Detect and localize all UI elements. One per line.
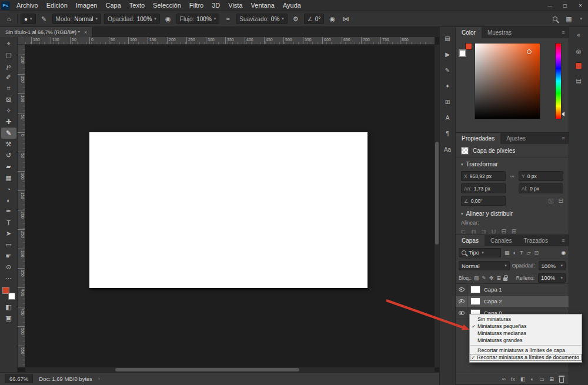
document-canvas[interactable]	[89, 132, 368, 288]
layer-thumbnail[interactable]	[470, 297, 480, 305]
opacity-dropdown[interactable]: Opacidad: 100% ▾	[104, 14, 160, 24]
pressure-size-icon[interactable]: ◉	[327, 15, 338, 23]
layer-effects-icon[interactable]: fx	[511, 376, 515, 382]
delete-layer-icon[interactable]	[559, 377, 564, 383]
lock-position-icon[interactable]: ✥	[489, 275, 494, 281]
history-brush-tool[interactable]: ↺	[1, 150, 16, 161]
foreground-background-swatches[interactable]	[2, 287, 15, 300]
flip-horizontal-icon[interactable]: ◫	[548, 197, 553, 204]
history-panel-icon[interactable]: ▤	[441, 33, 454, 43]
context-menu-item[interactable]: ✓ Miniaturas pequeñas	[470, 323, 582, 330]
scrollbar-thumb[interactable]	[435, 142, 439, 245]
blur-tool[interactable]: ◔	[1, 183, 16, 195]
layer-visibility-toggle[interactable]	[456, 284, 467, 295]
menu-item[interactable]: Archivo	[12, 0, 42, 11]
layer-group-icon[interactable]: ▭	[539, 376, 544, 382]
vertical-scrollbar[interactable]	[435, 45, 439, 367]
menu-item[interactable]: Ayuda	[279, 0, 305, 11]
blend-mode-dropdown[interactable]: Modo: Normal ▾	[52, 14, 102, 24]
brush-angle-field[interactable]: ∠ 0°	[304, 14, 325, 24]
align-center-h-icon[interactable]: ⊓	[471, 228, 476, 235]
frame-tool[interactable]: ⊠	[1, 94, 16, 105]
menu-item[interactable]: Ventana	[247, 0, 279, 11]
foreground-color-swatch[interactable]	[2, 287, 9, 294]
learn-panel-icon[interactable]: ◎	[572, 46, 585, 56]
layer-fill-field[interactable]: 100% ▾	[538, 273, 566, 283]
zoom-level-field[interactable]: 66.67%	[5, 374, 33, 383]
context-menu-item[interactable]: Miniaturas medianas	[470, 330, 582, 337]
filter-smart-objects-icon[interactable]: ⊡	[534, 250, 539, 256]
home-icon[interactable]: ⌂	[4, 15, 14, 22]
layer-row[interactable]: Capa 1	[456, 284, 569, 296]
document-tab[interactable]: Sin título-1 al 66,7% (RGB/8#) * ×	[0, 27, 93, 37]
align-bottom-icon[interactable]: ⊞	[512, 228, 516, 235]
brush-preset-picker[interactable]: ● ▾	[21, 14, 36, 24]
foreground-swatch[interactable]	[459, 49, 466, 57]
menu-item[interactable]: Edición	[42, 0, 72, 11]
filter-type-layers-icon[interactable]: T	[520, 250, 523, 256]
transform-angle-field[interactable]: ∠ 0,00°	[461, 196, 506, 206]
layer-filter-dropdown[interactable]: Tipo ▾	[459, 248, 501, 257]
align-right-icon[interactable]: ⊐	[481, 228, 486, 235]
context-menu-item[interactable]: ✓ Recortar miniaturas a límites de docum…	[470, 354, 582, 361]
edit-toolbar-icon[interactable]: ⋯	[1, 273, 16, 284]
airbrush-icon[interactable]: ≈	[222, 15, 233, 22]
lock-pixels-icon[interactable]: ✎	[482, 275, 486, 281]
expand-panels-icon[interactable]: «	[572, 29, 585, 40]
top-ruler[interactable]: 1501005005010015020025030035040045050055…	[25, 37, 435, 45]
brush-tool[interactable]: ✎	[1, 128, 16, 139]
menu-item[interactable]: Capa	[101, 0, 125, 11]
brush-settings-panel-icon[interactable]: ✦	[441, 81, 454, 91]
lock-transparency-icon[interactable]: ▨	[474, 275, 479, 281]
align-top-icon[interactable]: ⊔	[492, 228, 496, 235]
color-picker-cursor[interactable]	[527, 49, 532, 54]
pressure-opacity-icon[interactable]: ◉	[163, 15, 173, 23]
dodge-tool[interactable]: ◐	[1, 195, 16, 206]
menu-item[interactable]: Texto	[125, 0, 149, 11]
filter-toggle-icon[interactable]: ◉	[561, 250, 566, 256]
transform-x-field[interactable]: X 958,92 px	[461, 171, 506, 181]
saturation-brightness-box[interactable]	[475, 43, 540, 119]
character-panel-icon[interactable]: A	[441, 112, 454, 123]
workspace-switcher-icon[interactable]: ▦	[563, 15, 574, 23]
lasso-tool[interactable]: ℘	[1, 61, 16, 72]
layer-blend-mode-dropdown[interactable]: Normal ▾	[459, 261, 510, 270]
filter-pixel-layers-icon[interactable]: ▦	[505, 250, 510, 256]
type-tool[interactable]: T	[1, 217, 16, 228]
clone-source-panel-icon[interactable]: ⊞	[441, 96, 454, 107]
screen-mode-icon[interactable]: ▣	[1, 313, 16, 324]
paragraph-panel-icon[interactable]: ¶	[441, 128, 454, 139]
pen-tool[interactable]: ✒	[1, 206, 16, 217]
symmetry-icon[interactable]: ⋈	[340, 15, 351, 23]
align-middle-icon[interactable]: ⊟	[501, 228, 506, 235]
lock-artboard-icon[interactable]: ⊞	[496, 275, 501, 281]
horizontal-scrollbar[interactable]	[25, 367, 435, 372]
path-selection-tool[interactable]: ➤	[1, 228, 16, 239]
minimize-button[interactable]: —	[542, 0, 557, 11]
gradient-tool[interactable]: ▦	[1, 172, 16, 183]
hand-tool[interactable]: ☛	[1, 250, 16, 262]
status-options-icon[interactable]: ›	[98, 376, 100, 381]
transform-section-header[interactable]: ▾ Transformar	[461, 161, 563, 168]
layer-visibility-toggle[interactable]	[456, 296, 467, 307]
panel-tab[interactable]: Ajustes	[500, 133, 532, 144]
actions-panel-icon[interactable]: ▶	[441, 49, 454, 59]
libraries-panel-icon[interactable]: ▤	[572, 75, 585, 86]
clone-stamp-tool[interactable]: ⚒	[1, 139, 16, 150]
panel-menu-icon[interactable]: ≡	[558, 133, 569, 144]
brushes-panel-icon[interactable]: ✎	[441, 65, 454, 75]
brush-settings-toggle-icon[interactable]: ✎	[39, 15, 49, 23]
color-swatch-pair[interactable]	[459, 43, 473, 57]
layer-name[interactable]: Capa 1	[484, 286, 502, 293]
color-panel-collapsed-icon[interactable]	[575, 62, 582, 69]
layer-thumbnail[interactable]	[470, 286, 480, 293]
quick-selection-tool[interactable]: ✐	[1, 72, 16, 83]
layer-row[interactable]: Capa 2	[456, 296, 569, 307]
chevron-down-icon[interactable]: ▾	[580, 16, 582, 21]
menu-item[interactable]: Filtro	[185, 0, 208, 11]
panel-menu-icon[interactable]: ≡	[558, 235, 569, 246]
align-left-icon[interactable]: ⊏	[461, 228, 466, 235]
left-ruler[interactable]: 2001501005005010015020025030035040045050…	[18, 45, 25, 367]
transform-height-field[interactable]: Al: 0 px	[519, 183, 563, 193]
panel-tab[interactable]: Capas	[456, 235, 485, 246]
